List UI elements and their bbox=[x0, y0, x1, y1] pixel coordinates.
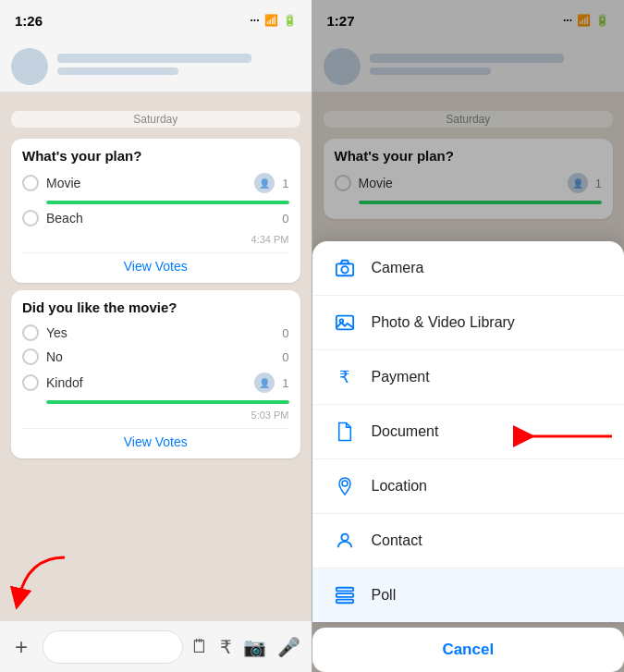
mic-icon[interactable]: 🎤 bbox=[277, 636, 300, 658]
chat-body-left: Saturday What's your plan? Movie 👤 1 Bea… bbox=[0, 92, 312, 473]
document-label: Document bbox=[372, 423, 439, 440]
poll1-view-votes[interactable]: View Votes bbox=[22, 252, 289, 274]
svg-point-1 bbox=[341, 266, 348, 273]
rupee-icon[interactable]: ₹ bbox=[220, 636, 232, 658]
contact-name-blur bbox=[57, 54, 251, 63]
message-input[interactable] bbox=[43, 630, 183, 664]
sticker-icon[interactable]: 🗒 bbox=[190, 636, 209, 658]
right-screen: 1:27 ··· 📶 🔋 Saturday What's your plan? … bbox=[312, 0, 625, 672]
contact-action-icon bbox=[331, 527, 359, 555]
poll2-option-no: No 0 bbox=[22, 348, 289, 365]
red-arrow-right bbox=[506, 413, 617, 463]
date-label-left: Saturday bbox=[11, 111, 300, 128]
svg-rect-2 bbox=[336, 316, 352, 330]
radio-kindof bbox=[22, 374, 39, 391]
svg-rect-6 bbox=[336, 588, 352, 592]
poll1-movie-progress-wrap bbox=[46, 201, 289, 204]
svg-rect-7 bbox=[336, 593, 352, 597]
radio-beach bbox=[22, 210, 39, 226]
poll-action-icon bbox=[331, 581, 359, 609]
svg-rect-8 bbox=[336, 600, 352, 604]
camera-icon[interactable]: 📷 bbox=[243, 636, 266, 658]
poll2-bubble: Did you like the movie? Yes 0 No 0 Kindo… bbox=[11, 290, 300, 458]
poll1-option-beach: Beach 0 bbox=[22, 210, 289, 226]
action-item-camera[interactable]: Camera bbox=[312, 241, 625, 296]
contact-info-left bbox=[57, 54, 300, 79]
camera-label: Camera bbox=[372, 260, 424, 276]
wifi-icon: 📶 bbox=[264, 14, 278, 27]
red-arrow-left bbox=[9, 548, 83, 617]
time-left: 1:26 bbox=[15, 13, 43, 29]
poll1-option-movie: Movie 👤 1 bbox=[22, 173, 289, 193]
poll2-time: 5:03 PM bbox=[22, 409, 289, 421]
poll2-option-kindof: Kindof 👤 1 bbox=[22, 373, 289, 393]
poll2-option-yes: Yes 0 bbox=[22, 324, 289, 341]
battery-icon: 🔋 bbox=[283, 14, 297, 27]
poll2-question: Did you like the movie? bbox=[22, 299, 289, 315]
radio-no bbox=[22, 348, 39, 365]
action-item-poll[interactable]: Poll bbox=[312, 568, 625, 622]
poll2-no-count: 0 bbox=[282, 350, 288, 364]
chat-input-bar-left: + 🗒 ₹ 📷 🎤 bbox=[0, 620, 312, 672]
radio-yes bbox=[22, 324, 39, 341]
poll1-bubble: What's your plan? Movie 👤 1 Beach 0 4:34… bbox=[11, 139, 300, 283]
action-item-contact[interactable]: Contact bbox=[312, 514, 625, 568]
poll2-kindof-count: 1 bbox=[282, 376, 288, 390]
contact-status-blur bbox=[57, 67, 178, 75]
poll1-movie-count: 1 bbox=[282, 177, 288, 190]
toolbar-icons-left: 🗒 ₹ 📷 🎤 bbox=[190, 636, 304, 658]
photo-label: Photo & Video Library bbox=[372, 314, 515, 331]
signal-icon: ··· bbox=[250, 14, 259, 27]
document-action-icon bbox=[331, 418, 359, 446]
poll1-option-beach-text: Beach bbox=[46, 211, 275, 226]
chat-header-left bbox=[0, 41, 312, 92]
poll2-kindof-text: Kindof bbox=[46, 375, 249, 390]
status-icons-left: ··· 📶 🔋 bbox=[250, 14, 296, 27]
cancel-button[interactable]: Cancel bbox=[312, 628, 625, 672]
payment-action-icon: ₹ bbox=[331, 363, 359, 391]
contact-label: Contact bbox=[372, 532, 422, 549]
radio-movie bbox=[22, 175, 39, 191]
poll2-yes-text: Yes bbox=[46, 325, 275, 340]
action-item-location[interactable]: Location bbox=[312, 459, 625, 514]
location-label: Location bbox=[372, 478, 428, 495]
poll-label: Poll bbox=[372, 587, 397, 604]
payment-label: Payment bbox=[372, 369, 430, 385]
poll1-option-movie-text: Movie bbox=[46, 176, 249, 190]
status-bar-left: 1:26 ··· 📶 🔋 bbox=[0, 0, 312, 41]
poll2-no-text: No bbox=[46, 349, 275, 364]
poll1-voter-icon: 👤 bbox=[254, 173, 275, 193]
camera-action-icon bbox=[331, 254, 359, 282]
poll1-question: What's your plan? bbox=[22, 148, 289, 164]
plus-button[interactable]: + bbox=[7, 633, 35, 661]
left-screen: 1:26 ··· 📶 🔋 Saturday What's your plan? … bbox=[0, 0, 312, 672]
location-action-icon bbox=[331, 472, 359, 500]
poll2-yes-count: 0 bbox=[282, 326, 288, 340]
poll1-movie-progress bbox=[46, 201, 289, 204]
poll1-time: 4:34 PM bbox=[22, 234, 289, 245]
poll2-view-votes[interactable]: View Votes bbox=[22, 428, 289, 449]
poll1-beach-count: 0 bbox=[282, 212, 288, 226]
action-item-payment[interactable]: ₹ Payment bbox=[312, 350, 625, 405]
date-wrapper-left: Saturday bbox=[11, 105, 300, 133]
poll2-kindof-progress-wrap bbox=[46, 400, 289, 404]
poll2-kindof-progress bbox=[46, 400, 289, 404]
svg-point-5 bbox=[341, 534, 348, 541]
avatar-left bbox=[11, 48, 48, 85]
action-item-photo[interactable]: Photo & Video Library bbox=[312, 296, 625, 350]
svg-point-4 bbox=[342, 481, 348, 486]
poll2-voter-icon: 👤 bbox=[254, 373, 275, 393]
photo-action-icon bbox=[331, 309, 359, 336]
